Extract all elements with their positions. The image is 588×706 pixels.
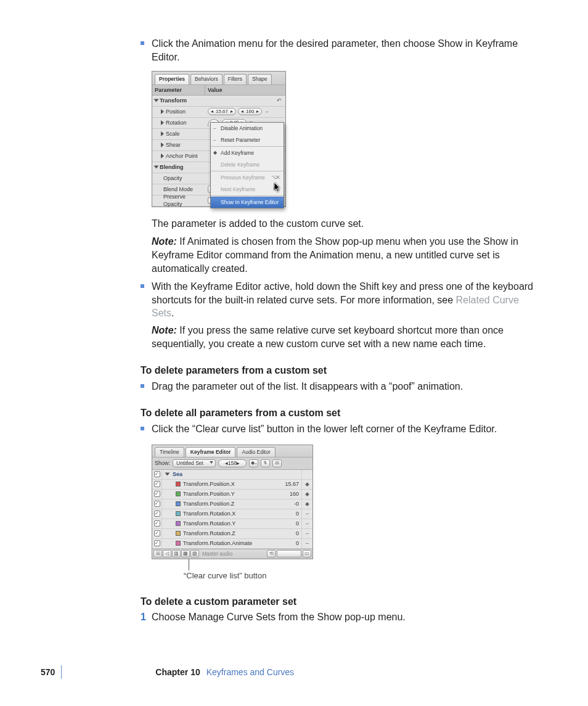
- note: Note: If Animated is chosen from the Sho…: [141, 235, 541, 275]
- tab-behaviors[interactable]: Behaviors: [190, 74, 223, 84]
- bullet-item: Click the “Clear curve list” button in t…: [141, 422, 541, 436]
- disclosure-icon[interactable]: [165, 473, 170, 476]
- param-anchor: Anchor Point: [166, 152, 198, 160]
- footer-slider[interactable]: [277, 550, 301, 557]
- position-x-stepper[interactable]: ◂15.67▸: [208, 108, 236, 115]
- param-rotation: Rotation: [166, 119, 187, 126]
- enable-checkbox[interactable]: ✓: [154, 540, 160, 546]
- list-item[interactable]: ✓Transform.Position.Z-0◆: [152, 499, 312, 509]
- list-item[interactable]: ✓Transform.Position.Y160◆: [152, 490, 312, 499]
- enable-checkbox[interactable]: ✓: [154, 530, 160, 536]
- heading-delete-custom-set: To delete a custom parameter set: [141, 595, 541, 609]
- footer-btn[interactable]: ▦: [181, 550, 190, 557]
- disclosure-icon[interactable]: [154, 166, 159, 169]
- column-value: Value: [205, 85, 285, 95]
- timecode-stepper[interactable]: ◂ 158 ▸: [218, 459, 247, 467]
- tab-filters[interactable]: Filters: [224, 74, 247, 84]
- footer-btn[interactable]: ▭: [303, 550, 311, 557]
- keyframe-indicator[interactable]: –: [301, 509, 312, 519]
- reset-icon[interactable]: ↶: [276, 97, 283, 104]
- bullet-item: With the Keyframe Editor active, hold do…: [141, 280, 541, 320]
- tab-audio-editor[interactable]: Audio Editor: [237, 447, 275, 457]
- list-item[interactable]: ✓Transform.Rotation.Animate0–: [152, 539, 312, 549]
- param-value: 0: [274, 540, 301, 547]
- page-footer: 570 Chapter 10 Keyframes and Curves: [41, 665, 294, 679]
- param-value: 15.67: [274, 480, 301, 488]
- animation-menu-icon[interactable]: –: [264, 108, 269, 115]
- enable-checkbox[interactable]: ✓: [154, 481, 160, 487]
- heading-delete-all-params: To delete all parameters from a custom s…: [141, 406, 541, 420]
- menu-next-keyframe: Next Keyframe⇧K: [211, 184, 284, 195]
- param-scale: Scale: [166, 130, 180, 138]
- menu-show-in-keyframe-editor[interactable]: Show In Keyframe Editor: [211, 197, 284, 208]
- color-swatch: [176, 541, 181, 546]
- step-item: 1 Choose Manage Curve Sets from the Show…: [141, 610, 541, 624]
- list-item[interactable]: ✓Transform.Rotation.X0–: [152, 509, 312, 519]
- snapping-button[interactable]: ↯: [261, 459, 270, 467]
- param-preserve: Preserve Opacity: [163, 193, 203, 208]
- menu-add-keyframe[interactable]: ◆Add Keyframe: [211, 147, 284, 158]
- footer-btn[interactable]: ◁: [163, 550, 171, 557]
- list-item[interactable]: ✓Transform.Rotation.Z0–: [152, 529, 312, 539]
- enable-checkbox[interactable]: ✓: [154, 471, 160, 477]
- enable-checkbox[interactable]: ✓: [154, 511, 160, 517]
- cursor-icon: [274, 183, 282, 194]
- list-item[interactable]: ✓Transform.Rotation.Y0–: [152, 519, 312, 529]
- tab-keyframe-editor[interactable]: Keyframe Editor: [186, 447, 236, 457]
- list-head: Sea: [173, 470, 182, 478]
- footer-btn[interactable]: ▥: [172, 550, 181, 557]
- add-keyframe-button[interactable]: ◆₊: [249, 459, 258, 467]
- footer-btn[interactable]: ☒: [153, 550, 162, 557]
- param-value: -0: [274, 500, 301, 507]
- footer-text: Master audio: [202, 551, 232, 557]
- note: Note: If you press the same relative cur…: [141, 324, 541, 350]
- list-item[interactable]: ✓Transform.Position.X15.67◆: [152, 480, 312, 490]
- disclosure-icon[interactable]: [161, 120, 164, 125]
- keyframe-indicator[interactable]: ◆: [301, 490, 312, 499]
- param-value: 0: [274, 520, 301, 527]
- note-label: Note:: [152, 236, 177, 247]
- param-value: 160: [274, 490, 301, 498]
- bullet-item: Drag the parameter out of the list. It d…: [141, 380, 541, 393]
- param-value: 0: [274, 530, 301, 537]
- show-label: Show:: [155, 459, 170, 467]
- enable-checkbox[interactable]: ✓: [154, 491, 160, 497]
- disclosure-icon[interactable]: [161, 142, 164, 147]
- note-label: Note:: [152, 325, 177, 335]
- param-value: 0: [274, 510, 301, 517]
- position-y-stepper[interactable]: ◂160▸: [238, 108, 262, 115]
- keyframe-indicator[interactable]: –: [301, 519, 312, 528]
- bullet-text: Click the “Clear curve list” button in t…: [152, 424, 497, 434]
- group-transform: Transform: [160, 97, 187, 104]
- keyframe-indicator[interactable]: –: [301, 529, 312, 538]
- keyframe-indicator[interactable]: ◆: [301, 480, 312, 489]
- color-swatch: [176, 491, 181, 496]
- inspector-screenshot: Properties Behaviors Filters Shape Param…: [152, 71, 286, 207]
- footer-divider: [61, 665, 62, 679]
- disclosure-icon[interactable]: [161, 131, 164, 136]
- color-swatch: [176, 482, 181, 486]
- tab-shape[interactable]: Shape: [248, 74, 272, 84]
- menu-reset-parameter[interactable]: –Reset Parameter: [211, 134, 284, 146]
- param-name: Transform.Position.X: [183, 480, 235, 488]
- menu-previous-keyframe: Previous Keyframe⌥K: [211, 172, 284, 183]
- chapter-name: Keyframes and Curves: [206, 667, 294, 678]
- enable-checkbox[interactable]: ✓: [154, 520, 160, 527]
- menu-disable-animation[interactable]: –Disable Animation: [211, 123, 284, 134]
- disclosure-icon[interactable]: [161, 109, 164, 114]
- disclosure-icon[interactable]: [161, 154, 164, 158]
- color-swatch: [176, 511, 181, 516]
- column-parameter: Parameter: [152, 85, 205, 95]
- show-popup[interactable]: Untitled Set: [173, 459, 216, 467]
- disclosure-icon[interactable]: [154, 99, 159, 102]
- tab-timeline[interactable]: Timeline: [155, 447, 184, 457]
- keyframe-indicator[interactable]: ◆: [301, 499, 312, 509]
- tab-properties[interactable]: Properties: [155, 74, 189, 84]
- keyframe-indicator[interactable]: –: [301, 539, 312, 548]
- footer-btn[interactable]: ▧: [190, 550, 199, 557]
- keyframe-editor-screenshot: Timeline Keyframe Editor Audio Editor Sh…: [152, 445, 313, 559]
- footer-btn[interactable]: ⟲: [267, 550, 276, 557]
- clear-list-button[interactable]: ☒: [272, 459, 282, 467]
- param-opacity: Opacity: [163, 174, 182, 182]
- enable-checkbox[interactable]: ✓: [154, 501, 160, 507]
